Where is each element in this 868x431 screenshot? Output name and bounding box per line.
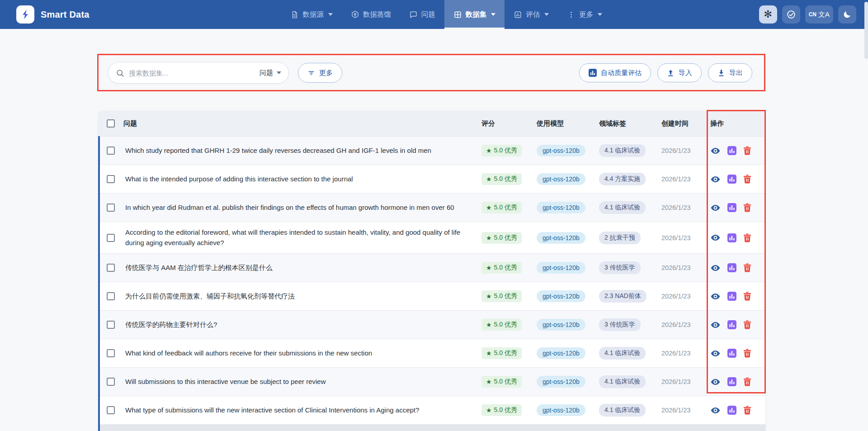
- chevron-down-icon: [328, 13, 333, 16]
- row-checkbox[interactable]: [107, 406, 115, 414]
- trash-icon: [743, 349, 751, 358]
- delete-button[interactable]: [743, 233, 751, 242]
- auto-quality-eval-button[interactable]: 自动质量评估: [579, 63, 651, 82]
- created-date: 2026/1/23: [661, 378, 691, 385]
- row-checkbox[interactable]: [107, 378, 115, 386]
- nav-item-datasets[interactable]: 数据集: [444, 0, 505, 29]
- header-model: 使用模型: [537, 119, 564, 128]
- domain-tag-badge: 4.4 方案实施: [599, 173, 646, 185]
- analytics-button[interactable]: [727, 349, 736, 358]
- view-button[interactable]: [710, 348, 721, 359]
- analytics-button[interactable]: [727, 263, 736, 272]
- app-logo-icon[interactable]: [16, 5, 34, 24]
- delete-button[interactable]: [743, 203, 751, 212]
- dataset-table: 问题 评分 使用模型 领域标签 创建时间 操作 Which study repo…: [98, 111, 765, 431]
- trash-icon: [743, 146, 751, 155]
- check-circle-icon: [786, 9, 796, 19]
- model-badge: gpt-oss-120b: [537, 232, 585, 244]
- view-button[interactable]: [710, 146, 721, 156]
- eye-icon: [710, 263, 721, 273]
- table-row: In which year did Rudman et al. publish …: [100, 193, 765, 222]
- table-row: What kind of feedback will authors recei…: [100, 339, 765, 367]
- trash-icon: [743, 203, 751, 212]
- table-row-partial: [100, 424, 765, 431]
- delete-button[interactable]: [743, 349, 751, 358]
- delete-button[interactable]: [743, 320, 751, 329]
- question-text: According to the editorial foreword, wha…: [125, 227, 471, 248]
- nav-item-questions[interactable]: 问题: [400, 0, 444, 29]
- delete-button[interactable]: [743, 292, 751, 301]
- delete-button[interactable]: [743, 263, 751, 272]
- score-badge: ★ 5.0 优秀: [481, 262, 522, 274]
- delete-button[interactable]: [743, 175, 751, 184]
- view-button[interactable]: [710, 405, 721, 416]
- nav-item-datasource[interactable]: 数据源: [281, 0, 342, 29]
- view-button[interactable]: [710, 291, 721, 302]
- view-button[interactable]: [710, 377, 721, 387]
- analytics-button[interactable]: [727, 406, 736, 415]
- header-tag: 领域标签: [599, 119, 626, 128]
- table-row: What is the intended purpose of adding t…: [100, 165, 765, 193]
- score-badge: ★ 5.0 优秀: [481, 173, 522, 185]
- model-badge: gpt-oss-120b: [537, 404, 585, 416]
- grid-icon: [453, 10, 462, 19]
- header-question: 问题: [123, 119, 137, 128]
- delete-button[interactable]: [743, 406, 751, 415]
- select-all-checkbox[interactable]: [107, 119, 115, 128]
- score-text: 5.0 优秀: [494, 175, 517, 183]
- search-input[interactable]: [129, 69, 253, 77]
- view-button[interactable]: [710, 174, 721, 185]
- analytics-button[interactable]: [727, 233, 736, 242]
- import-button[interactable]: 导入: [657, 63, 702, 82]
- analytics-button[interactable]: [727, 292, 736, 301]
- theme-toggle-button[interactable]: [838, 5, 856, 24]
- row-checkbox[interactable]: [107, 204, 115, 212]
- search-type-select[interactable]: 问题: [253, 69, 281, 77]
- nav-label: 数据源: [302, 10, 324, 19]
- eye-icon: [710, 232, 721, 243]
- table-row: Which study reported that GHRH 1-29 twic…: [100, 136, 765, 165]
- main-nav: 数据源 数据蒸馏 问题 数据集: [134, 0, 759, 29]
- trash-icon: [743, 175, 751, 184]
- analytics-button[interactable]: [727, 203, 736, 212]
- auto-quality-eval-label: 自动质量评估: [601, 69, 642, 77]
- bar-chart-icon: [727, 263, 736, 272]
- row-checkbox[interactable]: [107, 234, 115, 242]
- question-text: 传统医学的药物主要针对什么?: [125, 320, 217, 330]
- created-date: 2026/1/23: [661, 350, 691, 357]
- model-badge: gpt-oss-120b: [537, 173, 585, 185]
- star-icon: ★: [486, 147, 492, 154]
- delete-button[interactable]: [743, 377, 751, 386]
- model-provider-button[interactable]: ✻: [759, 5, 777, 24]
- chevron-down-icon: [544, 13, 549, 16]
- more-filters-button[interactable]: 更多: [298, 63, 342, 83]
- scrollbar-thumb[interactable]: [864, 2, 868, 59]
- language-toggle-button[interactable]: CN 文A: [805, 5, 833, 24]
- row-checkbox[interactable]: [107, 321, 115, 329]
- analytics-button[interactable]: [727, 175, 736, 184]
- nav-item-distill[interactable]: 数据蒸馏: [342, 0, 400, 29]
- analytics-button[interactable]: [727, 320, 736, 329]
- view-button[interactable]: [710, 232, 721, 243]
- analytics-button[interactable]: [727, 377, 736, 386]
- row-checkbox[interactable]: [107, 147, 115, 155]
- row-checkbox[interactable]: [107, 175, 115, 183]
- logo-bolt-icon: [19, 9, 31, 20]
- nav-label: 评估: [526, 10, 540, 19]
- nav-item-more[interactable]: 更多: [558, 0, 611, 29]
- nav-item-evaluation[interactable]: 评估: [505, 0, 558, 29]
- row-checkbox[interactable]: [107, 292, 115, 300]
- view-button[interactable]: [710, 203, 721, 213]
- row-checkbox[interactable]: [107, 349, 115, 357]
- created-date: 2026/1/23: [661, 147, 691, 154]
- analytics-button[interactable]: [727, 146, 736, 155]
- star-icon: ★: [486, 264, 492, 271]
- task-status-button[interactable]: [782, 5, 800, 24]
- delete-button[interactable]: [743, 146, 751, 155]
- row-checkbox[interactable]: [107, 264, 115, 272]
- scrollbar[interactable]: [864, 0, 868, 431]
- export-button[interactable]: 导出: [708, 63, 752, 82]
- domain-tag-badge: 2 抗衰干预: [599, 232, 641, 244]
- view-button[interactable]: [710, 263, 721, 273]
- view-button[interactable]: [710, 320, 721, 330]
